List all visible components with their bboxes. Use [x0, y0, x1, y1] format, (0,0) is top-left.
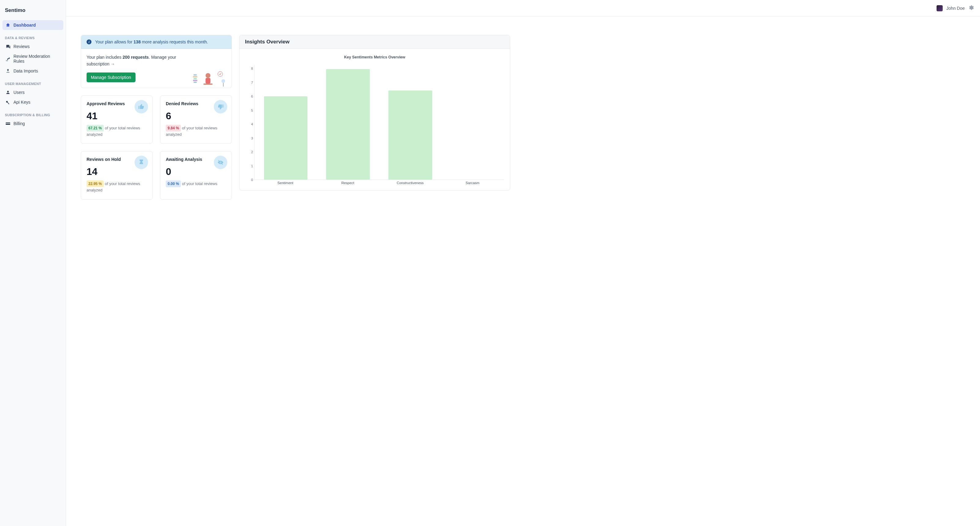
chart-bar-slot — [317, 65, 379, 180]
svg-point-5 — [205, 73, 210, 78]
stat-caption: 67.21 % of your total reviews analyzed — [87, 125, 147, 138]
sidebar: Sentimo Dashboard DATA & REVIEWS Reviews… — [0, 0, 66, 526]
stat-caption: 22.95 % of your total reviews analyzed — [87, 180, 147, 193]
plan-card: i Your plan allows for 138 more analysis… — [81, 35, 232, 88]
stat-card-approved: Approved Reviews 41 67.21 % of your tota… — [81, 95, 153, 144]
eye-off-icon — [214, 156, 227, 169]
insights-header: Insights Overview — [240, 35, 510, 49]
settings-button[interactable] — [968, 5, 974, 11]
chart-y-tick: 8 — [246, 67, 253, 70]
sidebar-item-moderation[interactable]: Review Moderation Rules — [2, 51, 63, 66]
avatar[interactable] — [937, 5, 943, 11]
svg-rect-10 — [223, 83, 224, 87]
sidebar-item-imports[interactable]: Data Imports — [2, 66, 63, 76]
chart-plot — [254, 65, 504, 180]
chart-y-axis: 876543210 — [246, 65, 253, 180]
key-icon — [5, 100, 10, 105]
svg-rect-3 — [193, 76, 197, 77]
svg-rect-1 — [193, 80, 197, 81]
main: John Doe i Your plan allows for 138 more… — [66, 0, 980, 526]
stat-card-hold: Reviews on Hold 14 22.95 % of your total… — [81, 151, 153, 200]
svg-rect-2 — [194, 78, 197, 79]
chart-bar-slot — [255, 65, 317, 180]
plan-banner-text: Your plan allows for 138 more analysis r… — [95, 40, 208, 44]
sidebar-item-label: Dashboard — [13, 23, 36, 27]
thumbs-up-icon — [135, 100, 148, 113]
chart-bar-slot — [441, 65, 504, 180]
chart-y-tick: 5 — [246, 108, 253, 112]
info-icon: i — [87, 40, 91, 44]
sidebar-heading-usermgmt: USER MANAGEMENT — [2, 79, 63, 87]
chart-bar-slot — [379, 65, 442, 180]
chart-bar — [326, 69, 370, 180]
brand-title: Sentimo — [2, 6, 63, 20]
sidebar-item-dashboard[interactable]: Dashboard — [2, 20, 63, 30]
chart-title: Key Sentiments Metrics Overview — [246, 55, 504, 59]
user-icon — [5, 90, 10, 95]
thumbs-down-icon — [214, 100, 227, 113]
sidebar-item-label: Data Imports — [13, 68, 38, 73]
bar-chart: 876543210 SentimentRespectConstructivene… — [246, 65, 504, 187]
sidebar-item-label: Api Keys — [13, 100, 30, 105]
username[interactable]: John Doe — [947, 6, 965, 11]
plan-illustration — [191, 66, 228, 88]
gear-icon — [968, 5, 974, 10]
chart-x-axis: SentimentRespectConstructivenessSarcasm — [254, 181, 504, 187]
chart-y-tick: 0 — [246, 178, 253, 182]
gavel-icon — [5, 56, 10, 61]
insights-card: Insights Overview Key Sentiments Metrics… — [239, 35, 510, 191]
hourglass-icon — [135, 156, 148, 169]
stat-caption: 9.84 % of your total reviews analyzed — [166, 125, 226, 138]
chart-bar — [388, 91, 432, 180]
plan-banner: i Your plan allows for 138 more analysis… — [81, 35, 232, 49]
sidebar-item-label: Billing — [13, 121, 25, 126]
sidebar-item-label: Review Moderation Rules — [13, 54, 60, 64]
stat-pct-badge: 22.95 % — [87, 180, 104, 187]
sidebar-item-label: Reviews — [13, 44, 30, 49]
topbar: John Doe — [66, 0, 980, 16]
import-icon — [5, 68, 10, 73]
chart-y-tick: 6 — [246, 94, 253, 98]
manage-subscription-button[interactable]: Manage Subscription — [87, 73, 135, 82]
plan-body-text: Your plan includes 200 requests. Manage … — [87, 54, 178, 68]
chart-y-tick: 2 — [246, 150, 253, 154]
card-icon — [5, 121, 10, 126]
sidebar-item-users[interactable]: Users — [2, 87, 63, 97]
chart-y-tick: 4 — [246, 122, 253, 126]
svg-rect-4 — [194, 74, 197, 76]
chart-x-label: Sentiment — [254, 181, 317, 187]
svg-point-9 — [221, 79, 225, 83]
stat-pct-badge: 67.21 % — [87, 125, 104, 132]
sidebar-heading-subscription: SUBSCRIPTION & BILLING — [2, 110, 63, 119]
chart-y-tick: 3 — [246, 137, 253, 140]
chart-y-tick: 7 — [246, 81, 253, 84]
sidebar-item-label: Users — [13, 90, 25, 95]
chart-bar — [264, 96, 308, 180]
svg-rect-6 — [205, 78, 210, 84]
svg-rect-0 — [194, 82, 197, 83]
stat-card-awaiting: Awaiting Analysis 0 0.00 % of your total… — [160, 151, 232, 200]
home-icon — [5, 23, 10, 27]
comments-icon — [5, 44, 10, 49]
stat-pct-badge: 0.00 % — [166, 180, 181, 187]
stats-grid: Approved Reviews 41 67.21 % of your tota… — [81, 95, 232, 200]
svg-rect-7 — [204, 84, 213, 85]
stat-caption: 0.00 % of your total reviews — [166, 180, 226, 187]
stat-pct-badge: 9.84 % — [166, 125, 181, 132]
chart-x-label: Constructiveness — [379, 181, 441, 187]
sidebar-heading-data: DATA & REVIEWS — [2, 33, 63, 41]
sidebar-item-apikeys[interactable]: Api Keys — [2, 97, 63, 107]
sidebar-item-reviews[interactable]: Reviews — [2, 41, 63, 51]
chart-y-tick: 1 — [246, 164, 253, 168]
chart-x-label: Respect — [317, 181, 379, 187]
chart-x-label: Sarcasm — [441, 181, 504, 187]
sidebar-item-billing[interactable]: Billing — [2, 119, 63, 129]
stat-card-denied: Denied Reviews 6 9.84 % of your total re… — [160, 95, 232, 144]
